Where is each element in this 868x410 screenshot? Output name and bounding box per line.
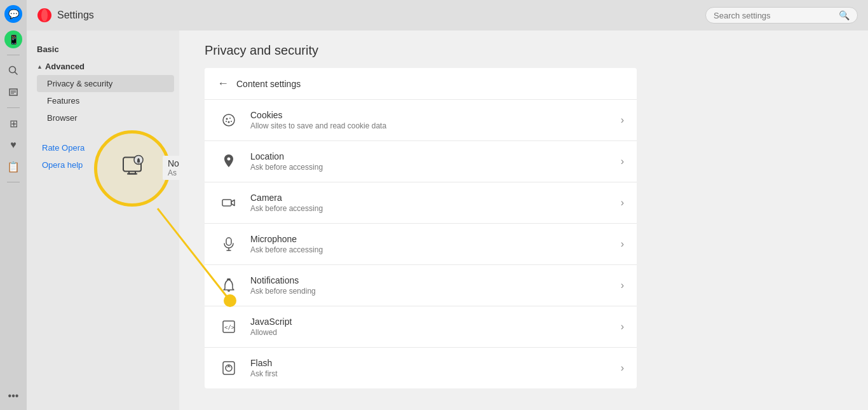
divider-2 [7, 107, 20, 108]
divider-3 [7, 182, 20, 182]
icon-bar: 💬 📱 ⊞ ♥ 📋 ••• [0, 0, 27, 410]
search-box[interactable]: 🔍 [705, 7, 858, 24]
whatsapp-icon[interactable]: 📱 [4, 31, 22, 48]
search-sidebar-icon[interactable] [4, 62, 22, 79]
camera-title: Camera [250, 193, 621, 203]
svg-point-9 [226, 118, 228, 120]
flash-chevron: › [621, 362, 624, 374]
settings-item-camera[interactable]: Camera Ask before accessing › [205, 182, 637, 224]
notifications-text: Notifications Ask before sending [250, 275, 621, 296]
back-item[interactable]: ← Content settings [205, 68, 637, 100]
search-input[interactable] [714, 11, 839, 20]
back-label: Content settings [236, 79, 301, 89]
flash-text: Flash Ask first [250, 358, 621, 378]
svg-rect-21 [223, 362, 234, 374]
notifications-subtitle: Ask before sending [250, 287, 621, 296]
microphone-subtitle: Ask before accessing [250, 245, 621, 254]
settings-item-javascript[interactable]: </> JavaScript Allowed › [205, 306, 637, 348]
cookie-icon [217, 109, 240, 132]
news-icon[interactable] [4, 83, 22, 101]
camera-subtitle: Ask before accessing [250, 204, 621, 213]
cookies-subtitle: Allow sites to save and read cookie data [250, 121, 621, 130]
settings-item-cookies[interactable]: Cookies Allow sites to save and read coo… [205, 100, 637, 141]
camera-icon [217, 191, 240, 214]
settings-item-notifications[interactable]: Notifications Ask before sending › [205, 265, 637, 306]
microphone-chevron: › [621, 238, 624, 250]
flash-title: Flash [250, 358, 621, 368]
sidebar-sub-items: Privacy & security Features Browser [32, 75, 174, 126]
svg-text:</>: </> [224, 324, 235, 331]
sidebar-item-advanced[interactable]: ▲ Advanced [32, 58, 174, 75]
notifications-icon [217, 274, 240, 297]
settings-item-flash[interactable]: Flash Ask first › [205, 348, 637, 388]
settings-item-microphone[interactable]: Microphone Ask before accessing › [205, 224, 637, 265]
svg-point-13 [231, 121, 232, 122]
extensions-icon[interactable]: ⊞ [4, 114, 22, 132]
cookies-title: Cookies [250, 110, 621, 120]
divider-1 [7, 55, 20, 55]
camera-chevron: › [621, 197, 624, 208]
svg-rect-15 [226, 238, 231, 245]
app-title: Settings [57, 10, 94, 21]
svg-line-4 [15, 72, 18, 75]
notifications-title: Notifications [250, 275, 621, 285]
svg-point-12 [226, 121, 227, 122]
settings-item-location[interactable]: Location Ask before accessing › [205, 141, 637, 182]
messenger-icon[interactable]: 💬 [4, 5, 22, 23]
microphone-text: Microphone Ask before accessing [250, 234, 621, 254]
location-icon [217, 150, 240, 173]
javascript-text: JavaScript Allowed [250, 317, 621, 337]
bookmarks-icon[interactable]: ♥ [4, 136, 22, 154]
advanced-collapse-icon: ▲ [37, 64, 43, 70]
more-icon[interactable]: ••• [4, 387, 22, 405]
svg-point-11 [228, 121, 230, 123]
search-icon: 🔍 [839, 10, 850, 20]
microphone-icon [217, 233, 240, 256]
microphone-title: Microphone [250, 234, 621, 244]
sidebar-item-privacy[interactable]: Privacy & security [37, 75, 174, 92]
location-text: Location Ask before accessing [250, 151, 621, 172]
sidebar-item-features[interactable]: Features [37, 92, 174, 109]
content-area: Basic ▲ Advanced Privacy & security Feat… [27, 31, 868, 410]
opera-logo [37, 8, 52, 23]
location-subtitle: Ask before accessing [250, 163, 621, 172]
svg-point-1 [41, 9, 48, 22]
sidebar: Basic ▲ Advanced Privacy & security Feat… [27, 31, 179, 410]
advanced-label: Advanced [45, 62, 85, 71]
javascript-chevron: › [621, 321, 624, 332]
svg-rect-14 [222, 200, 231, 206]
cookies-chevron: › [621, 114, 624, 126]
svg-rect-18 [227, 278, 231, 280]
back-icon: ← [217, 77, 229, 90]
javascript-icon: </> [217, 315, 240, 338]
camera-text: Camera Ask before accessing [250, 193, 621, 213]
sidebar-item-browser[interactable]: Browser [37, 109, 174, 126]
flash-icon [217, 357, 240, 379]
javascript-subtitle: Allowed [250, 328, 621, 337]
main-panel: Privacy and security ← Content settings … [179, 31, 868, 410]
location-chevron: › [621, 156, 624, 167]
location-title: Location [250, 151, 621, 161]
notifications-chevron: › [621, 280, 624, 291]
opera-help-link[interactable]: Opera help [37, 156, 174, 174]
flash-subtitle: Ask first [250, 369, 621, 378]
sidebar-item-basic[interactable]: Basic [32, 41, 174, 58]
svg-point-10 [229, 118, 231, 119]
history-icon[interactable]: 📋 [4, 158, 22, 175]
svg-point-8 [223, 114, 234, 126]
settings-list: ← Content settings Cookies Allow sites t… [205, 68, 637, 388]
page-title: Privacy and security [205, 43, 843, 58]
rate-opera-link[interactable]: Rate Opera [37, 139, 174, 156]
sidebar-links: Rate Opera Opera help [32, 139, 174, 174]
javascript-title: JavaScript [250, 317, 621, 327]
cookies-text: Cookies Allow sites to save and read coo… [250, 110, 621, 130]
